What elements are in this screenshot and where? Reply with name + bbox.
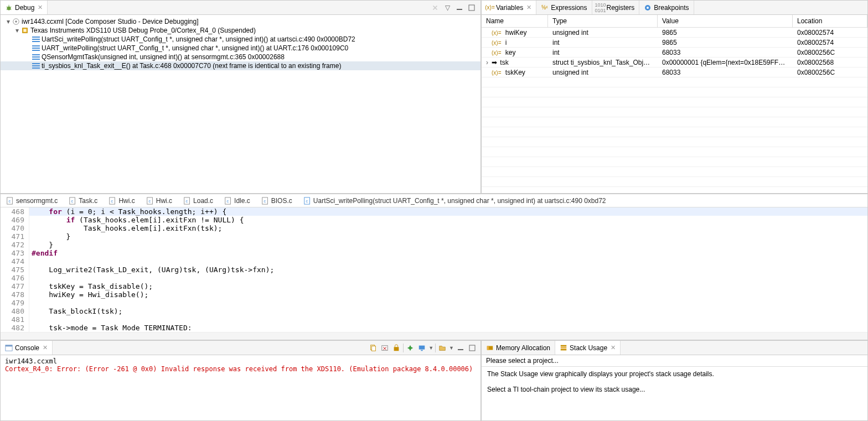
col-header-location[interactable]: Location xyxy=(793,15,867,27)
svg-rect-43 xyxy=(6,345,12,346)
c-file-icon: c xyxy=(69,197,76,205)
var-value: 0x00000001 {qElem={next=0x18E59FF0 {nex.… xyxy=(658,58,793,67)
breakpoint-icon xyxy=(644,4,652,12)
svg-rect-49 xyxy=(394,347,399,351)
svg-rect-18 xyxy=(32,54,40,55)
svg-rect-50 xyxy=(419,345,425,349)
table-row xyxy=(482,117,867,127)
console-error-line: Cortex_R4_0: Error: (Error -261 @ 0x0) I… xyxy=(5,365,476,373)
table-row xyxy=(482,177,867,187)
stack-frame[interactable]: UartSci_writePolling(struct UART_Config_… xyxy=(1,35,480,44)
table-row[interactable]: ›➡ tskstruct ti_sysbios_knl_Task_Object … xyxy=(482,58,867,67)
close-icon[interactable]: ✕ xyxy=(526,4,531,11)
editor-tab[interactable]: cHwi.c xyxy=(141,195,178,206)
clear-icon[interactable] xyxy=(380,343,390,353)
svg-rect-15 xyxy=(32,45,40,46)
display-icon[interactable] xyxy=(417,343,427,353)
editor-tab[interactable]: cLoad.c xyxy=(178,195,219,206)
console-icon xyxy=(5,344,13,352)
editor-area[interactable]: 4684694704714724734744754764774784794804… xyxy=(1,207,867,332)
table-row[interactable]: (x)= keyint680330x0800256C xyxy=(482,48,867,58)
tree-root[interactable]: ▾ iwr1443.ccxml [Code Composer Studio - … xyxy=(1,17,480,26)
var-type: int xyxy=(548,38,658,47)
editor-tab[interactable]: cUartSci_writePolling(struct UART_Config… xyxy=(298,195,612,206)
col-header-type[interactable]: Type xyxy=(548,15,658,27)
stack-frame[interactable]: UART_writePolling(struct UART_Config_t *… xyxy=(1,44,480,53)
var-name: (x)= tskKey xyxy=(482,68,548,77)
var-value: 68033 xyxy=(658,68,793,77)
memory-icon xyxy=(486,344,494,352)
tab-debug[interactable]: Debug ✕ xyxy=(1,1,48,14)
table-row[interactable]: (x)= hwiKeyunsigned int98650x08002574 xyxy=(482,28,867,38)
var-type: int xyxy=(548,48,658,57)
bottom-right-tabbar: Memory Allocation Stack Usage ✕ xyxy=(482,341,867,355)
minimize-icon[interactable] xyxy=(456,343,466,353)
editor-tab[interactable]: csensormgmt.c xyxy=(1,195,63,206)
stack-icon xyxy=(560,344,567,352)
tab-console[interactable]: Console ✕ xyxy=(1,341,53,355)
svg-text:c: c xyxy=(8,199,11,202)
scroll-lock-icon[interactable] xyxy=(391,343,401,353)
col-header-value[interactable]: Value xyxy=(658,15,793,27)
project-selector[interactable]: Please select a project... xyxy=(482,355,867,367)
dropdown-icon[interactable]: ▼ xyxy=(428,345,433,351)
view-menu-icon[interactable]: ▽ xyxy=(443,3,452,12)
pin-icon[interactable] xyxy=(405,343,415,353)
tree-probe[interactable]: ▾ Texas Instruments XDS110 USB Debug Pro… xyxy=(1,26,480,35)
svg-text:c: c xyxy=(264,199,266,202)
table-row[interactable]: (x)= tskKeyunsigned int680330x0800256C xyxy=(482,67,867,77)
variable-icon: (x)= xyxy=(486,4,494,12)
twisty-icon[interactable]: ▾ xyxy=(5,18,12,25)
tab-expressions[interactable]: ⅝ᵡ Expressions xyxy=(536,1,592,14)
tab-breakpoints[interactable]: Breakpoints xyxy=(639,1,694,14)
close-icon[interactable]: ✕ xyxy=(611,344,616,351)
editor-tab[interactable]: cBIOS.c xyxy=(256,195,298,206)
svg-point-9 xyxy=(15,20,17,23)
var-type: unsigned int xyxy=(548,68,658,77)
editor-tab[interactable]: cHwi.c xyxy=(103,195,140,206)
maximize-icon[interactable] xyxy=(467,343,477,353)
svg-point-25 xyxy=(647,7,649,9)
c-file-icon: c xyxy=(261,197,269,205)
col-header-name[interactable]: Name xyxy=(482,15,548,27)
copy-icon[interactable] xyxy=(368,343,378,353)
horizontal-scrollbar[interactable] xyxy=(1,332,867,340)
svg-rect-14 xyxy=(32,41,40,42)
open-icon[interactable] xyxy=(437,343,447,353)
svg-line-4 xyxy=(7,9,8,9)
var-location: 0x08002568 xyxy=(793,58,867,67)
minimize-icon[interactable] xyxy=(455,3,464,12)
registers-icon: 10100101 xyxy=(597,4,604,12)
twisty-icon[interactable]: ▾ xyxy=(14,27,20,34)
remove-icon[interactable] xyxy=(431,3,440,12)
dropdown-icon[interactable]: ▼ xyxy=(449,345,454,351)
editor-tab-label: Load.c xyxy=(193,197,213,205)
editor-panel: csensormgmt.ccTask.ccHwi.ccHwi.ccLoad.cc… xyxy=(0,194,868,340)
tab-stack-usage[interactable]: Stack Usage ✕ xyxy=(555,341,621,355)
table-row[interactable]: (x)= iint98650x08002574 xyxy=(482,38,867,48)
maximize-icon[interactable] xyxy=(467,3,476,12)
tab-memory-allocation[interactable]: Memory Allocation xyxy=(482,341,555,355)
tab-registers[interactable]: 10100101 Registers xyxy=(592,1,640,14)
editor-tab[interactable]: cTask.c xyxy=(63,195,103,206)
code-area[interactable]: for (i = 0; i < Task_hooks.length; i++) … xyxy=(29,207,867,332)
close-icon[interactable]: ✕ xyxy=(43,344,48,351)
editor-tab-label: sensormgmt.c xyxy=(16,197,58,205)
expression-icon: ⅝ᵡ xyxy=(541,4,549,12)
table-row xyxy=(482,187,867,193)
tab-variables[interactable]: (x)= Variables ✕ xyxy=(482,1,536,14)
svg-rect-56 xyxy=(561,345,567,346)
var-location: 0x0800256C xyxy=(793,68,867,77)
stack-frame-icon xyxy=(32,62,40,70)
svg-rect-53 xyxy=(469,345,475,351)
svg-rect-7 xyxy=(469,5,474,11)
target-icon xyxy=(12,18,20,25)
debug-tabbar: Debug ✕ ▽ xyxy=(1,1,480,15)
stack-frame[interactable]: QSensorMgmtTask(unsigned int, unsigned i… xyxy=(1,53,480,61)
svg-text:c: c xyxy=(306,199,308,202)
stack-frame[interactable]: ti_sysbios_knl_Task_exit__E() at Task.c:… xyxy=(1,61,480,70)
editor-tab[interactable]: cIdle.c xyxy=(219,195,256,206)
variables-table: Name Type Value Location (x)= hwiKeyunsi… xyxy=(482,15,867,193)
console-body[interactable]: iwr1443.ccxml Cortex_R4_0: Error: (Error… xyxy=(1,355,480,420)
close-icon[interactable]: ✕ xyxy=(38,4,43,11)
